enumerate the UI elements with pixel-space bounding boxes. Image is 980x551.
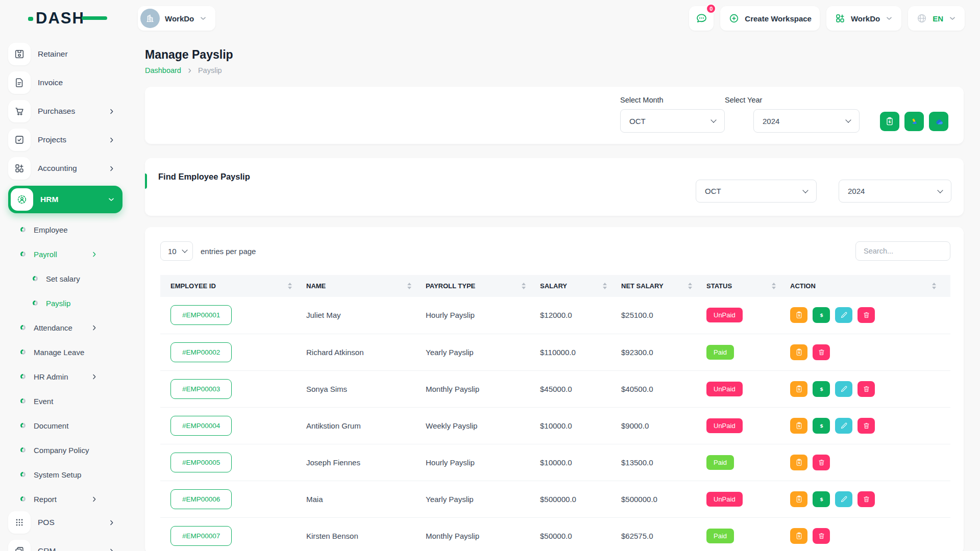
find-card-selects: OCT 2024 xyxy=(696,180,951,203)
delete-button[interactable] xyxy=(857,307,875,323)
trash-icon xyxy=(817,532,826,540)
sidebar-item-purchases[interactable]: Purchases xyxy=(8,100,122,122)
employee-id-button[interactable]: #EMP00001 xyxy=(170,305,232,325)
building-icon xyxy=(144,13,156,24)
select-month-group: Select Month OCT xyxy=(620,96,725,133)
sidebar-item-set-salary[interactable]: Set salary xyxy=(8,266,122,291)
payslip-button[interactable]: $ xyxy=(790,344,807,360)
delete-button[interactable] xyxy=(813,344,830,360)
sidebar-item-attendance[interactable]: Attendance xyxy=(8,315,122,340)
payslip-button[interactable]: $ xyxy=(790,491,807,507)
sidebar-item-employee[interactable]: Employee xyxy=(8,217,122,242)
sidebar-item-payslip[interactable]: Payslip xyxy=(8,291,122,315)
col-status[interactable]: STATUS xyxy=(706,275,790,297)
col-name[interactable]: NAME xyxy=(306,275,426,297)
table-row: #EMP00001Juliet MayHourly Payslip$12000.… xyxy=(160,297,950,334)
pay-button[interactable]: $ xyxy=(813,307,830,323)
pay-button[interactable]: $ xyxy=(813,381,830,397)
breadcrumb-dashboard-link[interactable]: Dashboard xyxy=(145,66,181,74)
dash-logo[interactable]: DASH xyxy=(36,9,85,28)
month-select[interactable]: OCT xyxy=(621,110,724,132)
col-employee-id[interactable]: EMPLOYEE ID xyxy=(160,275,306,297)
pencil-icon xyxy=(840,495,848,504)
payslip-button[interactable]: $ xyxy=(790,418,807,434)
payslip-button[interactable]: $ xyxy=(790,528,807,544)
main-content: Manage Payslip Dashboard Payslip Select … xyxy=(138,35,980,551)
delete-button[interactable] xyxy=(813,528,830,544)
cloud-export-button[interactable] xyxy=(929,112,948,131)
edit-button[interactable] xyxy=(835,307,852,323)
payroll-type: Monthly Payslip xyxy=(426,532,479,540)
delete-button[interactable] xyxy=(857,381,875,397)
find-year-select[interactable]: 2024 xyxy=(839,180,951,202)
delete-button[interactable] xyxy=(857,418,875,434)
col-payroll-type[interactable]: PAYROLL TYPE xyxy=(426,275,540,297)
employee-id-button[interactable]: #EMP00002 xyxy=(170,342,232,362)
edit-button[interactable] xyxy=(835,381,852,397)
sidebar-item-payroll[interactable]: Payroll xyxy=(8,242,122,266)
filter-action-buttons: $ xyxy=(880,112,948,131)
net-salary-value: $25100.0 xyxy=(621,311,653,319)
payroll-type: Monthly Payslip xyxy=(426,385,479,393)
col-net-salary[interactable]: NET SALARY xyxy=(621,275,706,297)
sidebar-item-invoice[interactable]: Invoice xyxy=(8,71,122,94)
sidebar-item-pos[interactable]: POS xyxy=(8,511,122,534)
status-badge: Paid xyxy=(706,455,734,470)
col-salary[interactable]: SALARY xyxy=(540,275,621,297)
pay-button[interactable]: $ xyxy=(813,491,830,507)
year-select[interactable]: 2024 xyxy=(754,110,859,132)
sidebar: RetainerInvoicePurchasesProjectsAccounti… xyxy=(0,35,138,551)
payslip-table: EMPLOYEE ID NAME PAYROLL TYPE SALARY NET… xyxy=(160,275,950,551)
breadcrumb-current: Payslip xyxy=(198,66,222,74)
employee-id-button[interactable]: #EMP00006 xyxy=(170,489,232,509)
invoice-file-icon xyxy=(8,71,31,94)
sidebar-item-crm[interactable]: CRM xyxy=(8,540,122,551)
delete-button[interactable] xyxy=(857,491,875,507)
language-selector[interactable]: EN xyxy=(908,6,965,31)
sort-icon xyxy=(932,283,936,289)
pay-button[interactable]: $ xyxy=(813,418,830,434)
create-workspace-button[interactable]: Create Workspace xyxy=(720,6,820,31)
sidebar-item-document[interactable]: Document xyxy=(8,413,122,438)
sort-icon xyxy=(407,283,411,289)
employee-name: Richard Atkinson xyxy=(306,348,364,357)
search-input[interactable] xyxy=(855,241,950,261)
edit-button[interactable] xyxy=(835,418,852,434)
payslip-button[interactable]: $ xyxy=(790,381,807,397)
employee-id-button[interactable]: #EMP00004 xyxy=(170,416,232,436)
payslip-button[interactable]: $ xyxy=(790,455,807,470)
entries-per-page-select[interactable]: 10 xyxy=(161,242,192,260)
sidebar-item-projects[interactable]: Projects xyxy=(8,129,122,151)
clipboard-dollar-icon: $ xyxy=(885,116,895,127)
sidebar-item-manage-leave[interactable]: Manage Leave xyxy=(8,340,122,364)
sidebar-item-system-setup[interactable]: System Setup xyxy=(8,462,122,487)
svg-text:$: $ xyxy=(798,461,800,464)
globe-icon xyxy=(916,13,927,24)
employee-name: Maia xyxy=(306,495,323,504)
sidebar-item-accounting[interactable]: Accounting xyxy=(8,157,122,180)
sidebar-item-retainer[interactable]: Retainer xyxy=(8,43,122,65)
workspace-selector[interactable]: WorkDo xyxy=(138,6,215,31)
sidebar-item-hr-admin[interactable]: HR Admin xyxy=(8,364,122,389)
edit-button[interactable] xyxy=(835,491,852,507)
employee-id-button[interactable]: #EMP00007 xyxy=(170,526,232,546)
workdo-menu-button[interactable]: WorkDo xyxy=(826,6,901,31)
bulk-payslip-button[interactable]: $ xyxy=(880,112,899,131)
bullet-icon xyxy=(20,227,26,232)
delete-button[interactable] xyxy=(813,455,830,470)
pencil-icon xyxy=(840,311,848,319)
messages-button[interactable]: 0 xyxy=(689,6,714,31)
find-month-select[interactable]: OCT xyxy=(696,180,816,202)
sidebar-item-hrm[interactable]: HRM xyxy=(8,186,122,213)
net-salary-value: $92300.0 xyxy=(621,348,653,357)
employee-id-button[interactable]: #EMP00005 xyxy=(170,453,232,472)
col-action[interactable]: ACTION xyxy=(790,275,950,297)
bullet-icon xyxy=(33,276,38,281)
payslip-button[interactable]: $ xyxy=(790,307,807,323)
sidebar-item-event[interactable]: Event xyxy=(8,389,122,413)
employee-id-button[interactable]: #EMP00003 xyxy=(170,379,232,399)
find-employee-payslip-card: Find Employee Payslip OCT 2024 xyxy=(145,158,964,216)
drive-export-button[interactable] xyxy=(904,112,924,131)
sidebar-item-report[interactable]: Report xyxy=(8,487,122,511)
sidebar-item-company-policy[interactable]: Company Policy xyxy=(8,438,122,462)
